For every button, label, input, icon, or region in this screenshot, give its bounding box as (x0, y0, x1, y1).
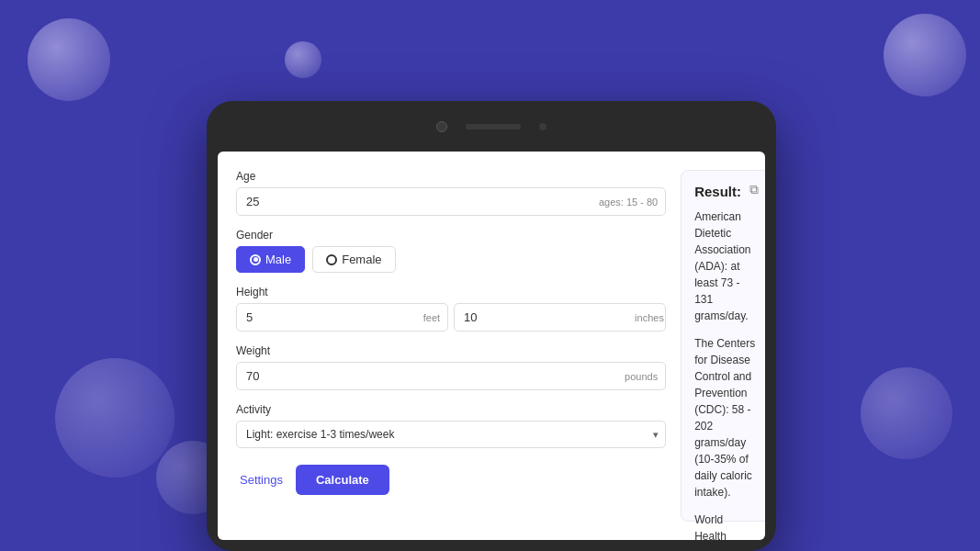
height-inches-wrap: inches (454, 303, 666, 332)
tablet-top-bar (207, 101, 776, 152)
gender-group: Male Female (236, 246, 666, 273)
result-panel: ⧉ Result: American Dietetic Association … (681, 170, 765, 522)
height-row: feet inches (236, 303, 666, 332)
height-feet-unit: feet (416, 306, 447, 330)
speaker (466, 124, 521, 129)
result-block-cdc: The Centers for Disease Control and Prev… (694, 335, 757, 500)
weight-unit: pounds (617, 365, 665, 388)
weight-field-group: Weight pounds (236, 344, 666, 390)
weight-label: Weight (236, 344, 666, 357)
camera-right (539, 123, 546, 130)
decorative-blob-1 (28, 18, 110, 101)
calculate-button[interactable]: Calculate (296, 465, 389, 495)
settings-button[interactable]: Settings (236, 466, 287, 494)
tablet-frame: Age ages: 15 - 80 Gender Male (207, 101, 776, 551)
tablet-screen: Age ages: 15 - 80 Gender Male (218, 152, 765, 540)
age-label: Age (236, 170, 666, 183)
decorative-blob-6 (861, 367, 952, 459)
gender-male-label: Male (265, 253, 291, 266)
height-feet-wrap: feet (236, 303, 448, 332)
camera-left (436, 121, 447, 132)
radio-female-dot (326, 254, 337, 265)
weight-input[interactable] (237, 363, 617, 389)
copy-icon[interactable]: ⧉ (749, 182, 759, 197)
height-inches-input[interactable] (455, 304, 627, 331)
decorative-blob-3 (884, 14, 966, 96)
gender-field-group: Gender Male Female (236, 229, 666, 273)
app-content: Age ages: 15 - 80 Gender Male (218, 152, 765, 540)
form-panel: Age ages: 15 - 80 Gender Male (236, 170, 666, 522)
weight-input-wrap: pounds (236, 362, 666, 390)
age-input[interactable] (237, 188, 591, 215)
height-field-group: Height feet inches (236, 286, 666, 332)
age-input-wrap: ages: 15 - 80 (236, 187, 666, 216)
activity-field-group: Activity Sedentary: little or no exercis… (236, 403, 666, 448)
gender-female-label: Female (342, 253, 381, 266)
age-field-group: Age ages: 15 - 80 (236, 170, 666, 216)
activity-select-wrap: Sedentary: little or no exercise Light: … (236, 421, 666, 448)
radio-male-dot (250, 254, 261, 265)
result-block-who: World Health Organization safe lower lim… (694, 512, 757, 540)
result-cdc-text: The Centers for Disease Control and Prev… (694, 335, 757, 500)
gender-male-option[interactable]: Male (236, 246, 305, 273)
height-label: Height (236, 286, 666, 298)
gender-label: Gender (236, 229, 666, 242)
height-inches-unit: inches (627, 306, 666, 330)
result-block-ada: American Dietetic Association (ADA): at … (694, 208, 757, 324)
result-title: Result: (694, 184, 757, 199)
buttons-row: Settings Calculate (236, 465, 666, 495)
age-hint: ages: 15 - 80 (591, 190, 665, 214)
decorative-blob-4 (55, 358, 175, 478)
result-who-text: World Health Organization safe lower lim… (694, 512, 757, 540)
height-feet-input[interactable] (237, 304, 416, 331)
decorative-blob-2 (285, 41, 321, 78)
activity-select[interactable]: Sedentary: little or no exercise Light: … (236, 421, 666, 448)
result-ada-text: American Dietetic Association (ADA): at … (694, 208, 757, 324)
activity-label: Activity (236, 403, 666, 416)
gender-female-option[interactable]: Female (312, 246, 395, 273)
